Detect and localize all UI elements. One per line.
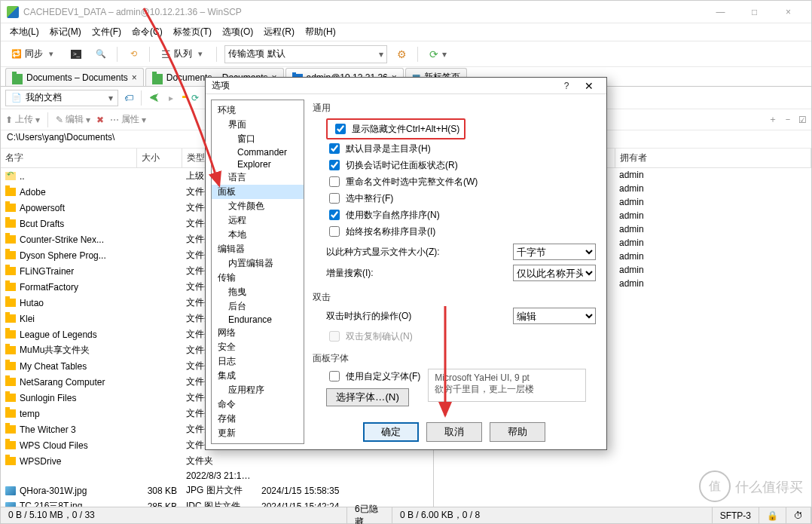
table-row[interactable]: WPSDrive文件夹 bbox=[1, 453, 433, 469]
properties-button[interactable]: ⋯ 属性 ▾ bbox=[110, 113, 146, 126]
chevron-down-icon: ▾ bbox=[108, 93, 113, 103]
tree-node[interactable]: 拖曳 bbox=[212, 285, 304, 299]
tree-node[interactable]: 存储 bbox=[212, 412, 304, 426]
sync-button[interactable]: 🔁 同步 ▾ bbox=[5, 44, 63, 63]
doubleclick-confirm-option: 双击复制确认(N) bbox=[313, 328, 596, 345]
option-checkbox[interactable] bbox=[329, 193, 340, 204]
tree-node[interactable]: 应用程序 bbox=[212, 383, 304, 397]
choose-font-button[interactable]: 选择字体…(N) bbox=[326, 388, 409, 406]
local-drive-combo[interactable]: 📄 我的文档 ▾ bbox=[5, 90, 118, 106]
tree-node[interactable]: 传输 bbox=[212, 271, 304, 285]
plus-button[interactable]: ＋ bbox=[768, 113, 777, 126]
menu-item[interactable]: 选项(O) bbox=[218, 24, 258, 40]
menu-item[interactable]: 命令(C) bbox=[127, 24, 167, 40]
incremental-search-select[interactable]: 仅以此名称开头 bbox=[513, 265, 596, 281]
cancel-button[interactable]: 取消 bbox=[426, 422, 482, 442]
window-controls: — □ × bbox=[704, 1, 805, 23]
dialog-buttons: 确定 取消 帮助 bbox=[313, 415, 596, 443]
menu-item[interactable]: 文件(F) bbox=[87, 24, 126, 40]
tree-node[interactable]: 命令 bbox=[212, 397, 304, 412]
menu-item[interactable]: 远程(R) bbox=[259, 24, 299, 40]
option-checkbox[interactable] bbox=[329, 143, 340, 154]
protocol-status: SFTP-3 bbox=[713, 507, 759, 523]
tree-node[interactable]: 界面 bbox=[212, 118, 304, 132]
reconnect-button[interactable]: ⟳▾ bbox=[423, 45, 452, 63]
maximize-button[interactable]: □ bbox=[737, 1, 771, 23]
option-checkbox[interactable] bbox=[329, 160, 340, 170]
tree-node[interactable]: 远程 bbox=[212, 213, 304, 228]
tree-node[interactable]: 集成 bbox=[212, 369, 304, 383]
group-general: 通用 bbox=[313, 102, 596, 115]
tree-node[interactable]: Explorer bbox=[212, 158, 304, 170]
transfer-options[interactable]: 传输选项 默认 ▾ bbox=[224, 45, 387, 63]
tree-node[interactable]: 日志 bbox=[212, 354, 304, 369]
close-button[interactable]: × bbox=[771, 1, 805, 23]
upload-button[interactable]: ⬆ 上传 ▾ bbox=[5, 113, 40, 126]
remote-status: 0 B / 6.00 KB，0 / 8 bbox=[392, 507, 713, 523]
option-checkbox[interactable] bbox=[335, 124, 346, 134]
menu-item[interactable]: 本地(L) bbox=[5, 24, 44, 40]
edit-button[interactable]: ✎ 编辑 ▾ bbox=[56, 113, 90, 126]
back-button[interactable]: ⮜ bbox=[146, 90, 163, 106]
option-row: 重命名文件时选中完整文件名(W) bbox=[313, 173, 596, 190]
file-size-option: 以此种方式显示文件大小(Z): 千字节 bbox=[313, 243, 596, 261]
tree-node[interactable]: 环境 bbox=[212, 103, 304, 118]
tree-node[interactable]: 文件颜色 bbox=[212, 199, 304, 213]
session-tab[interactable]: Documents – Documents× bbox=[5, 68, 144, 86]
compare-button[interactable]: 🔍 bbox=[90, 45, 112, 63]
table-row[interactable]: 2022/8/3 21:12:45 bbox=[1, 469, 433, 483]
menu-item[interactable]: 标记(M) bbox=[45, 24, 86, 40]
transfer-settings-button[interactable]: ⚙ bbox=[390, 45, 413, 63]
help-button[interactable]: 帮助 bbox=[490, 422, 545, 442]
lock-icon: 🔒 bbox=[759, 507, 786, 523]
folder-icon bbox=[5, 409, 16, 418]
tree-node[interactable]: 内置编辑器 bbox=[212, 256, 304, 271]
folder-icon bbox=[5, 314, 16, 323]
app-icon bbox=[7, 6, 19, 18]
select-button[interactable]: ☑ bbox=[798, 115, 807, 125]
dblclick-confirm-checkbox bbox=[329, 331, 340, 342]
filter-button[interactable]: 🏷 bbox=[121, 91, 136, 105]
folder-icon bbox=[5, 346, 16, 354]
tree-node[interactable]: 更新 bbox=[212, 426, 304, 440]
svg-text:什么值得买: 什么值得买 bbox=[734, 480, 803, 495]
tree-node[interactable]: 后台 bbox=[212, 299, 304, 314]
column-header[interactable]: 拥有者 bbox=[615, 149, 811, 168]
option-checkbox[interactable] bbox=[329, 176, 340, 187]
doubleclick-select[interactable]: 编辑 bbox=[513, 308, 596, 324]
tree-node[interactable]: 编辑器 bbox=[212, 242, 304, 256]
dialog-close-button[interactable]: ✕ bbox=[578, 80, 600, 92]
option-checkbox[interactable] bbox=[329, 210, 340, 220]
custom-font-checkbox[interactable] bbox=[329, 371, 340, 382]
tree-node[interactable]: 网络 bbox=[212, 326, 304, 340]
column-header[interactable]: 大小 bbox=[136, 149, 182, 168]
minus-button[interactable]: － bbox=[783, 113, 792, 126]
tree-node[interactable]: 本地 bbox=[212, 228, 304, 242]
ok-button[interactable]: 确定 bbox=[363, 422, 419, 442]
column-header[interactable]: 名字 bbox=[1, 149, 136, 168]
tree-node[interactable]: Endurance bbox=[212, 314, 304, 326]
dialog-help-button[interactable]: ? bbox=[555, 81, 578, 91]
tree-node[interactable]: Commander bbox=[212, 146, 304, 158]
table-row[interactable]: QHora-301W.jpg308 KBJPG 图片文件2024/1/15 15… bbox=[1, 483, 433, 498]
menu-item[interactable]: 帮助(H) bbox=[301, 24, 340, 40]
sync-browse-button[interactable]: ⟲ bbox=[122, 45, 145, 63]
tree-node[interactable]: 安全 bbox=[212, 340, 304, 354]
file-size-select[interactable]: 千字节 bbox=[513, 244, 596, 260]
tree-node[interactable]: 面板 bbox=[212, 185, 304, 199]
minimize-button[interactable]: — bbox=[704, 1, 737, 23]
close-icon[interactable]: × bbox=[132, 72, 137, 83]
delete-button[interactable]: ✖ bbox=[96, 115, 104, 125]
menu-item[interactable]: 标签页(T) bbox=[169, 24, 216, 40]
forward-button[interactable]: ▸ bbox=[166, 91, 176, 105]
folder-icon bbox=[5, 188, 16, 196]
tree-node[interactable]: 窗口 bbox=[212, 132, 304, 146]
option-checkbox[interactable] bbox=[329, 226, 340, 237]
options-tree[interactable]: 环境界面窗口CommanderExplorer语言面板文件颜色远程本地编辑器内置… bbox=[211, 100, 304, 444]
refresh-button[interactable]: ⟳ bbox=[188, 91, 202, 105]
dialog-title: 选项 bbox=[212, 79, 555, 92]
queue-button[interactable]: ☰ 队列 ▾ bbox=[154, 44, 212, 63]
terminal-button[interactable]: >_ bbox=[66, 47, 87, 62]
tree-node[interactable]: 语言 bbox=[212, 170, 304, 185]
up-button[interactable] bbox=[179, 97, 185, 100]
